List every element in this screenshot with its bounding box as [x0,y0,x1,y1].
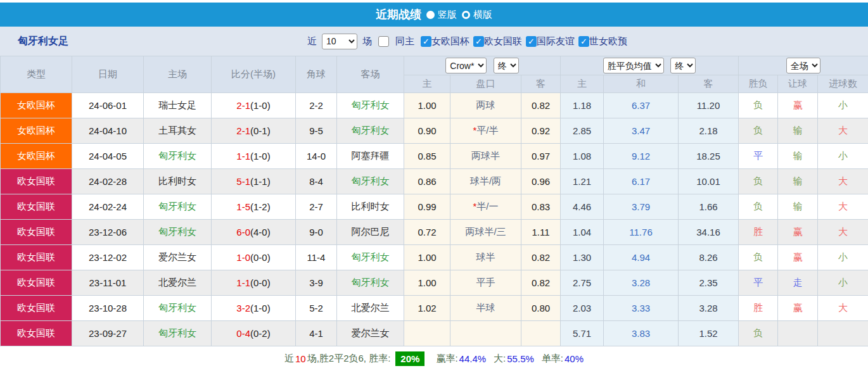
radio-unselected-icon[interactable] [462,11,470,19]
cell-home: 匈牙利女 [144,220,212,245]
score-halftime: (4-0) [250,227,271,237]
cell-odds-away: 0.82 [521,270,561,296]
cell-odds-home: 1.00 [404,93,450,118]
cell-avg-away: 34.16 [679,220,739,245]
cell-handicap: 半球 [450,296,521,321]
win-rate-badge: 20% [395,351,424,366]
cell-handicap-result: 赢 [778,296,818,321]
league-filters: ✓女欧国杯✓欧女国联✓国际友谊✓世女欧预 [417,35,627,47]
cell-avg-home: 1.08 [561,144,604,169]
table-row: 欧女国联 24-02-28 比利时女 5-1(1-1) 8-4 匈牙利女 0.8… [1,169,868,194]
cell-goals: 小 [818,93,868,118]
cell-odds-home [404,321,450,346]
league-checkbox[interactable]: ✓ [578,36,589,47]
cell-away: 匈牙利女 [337,245,404,270]
radio-vertical[interactable]: 竖版 [426,9,457,21]
cell-avg-away: 2.18 [679,118,739,144]
footer-rate3-label: 大: [494,353,506,365]
table-row: 女欧国杯 24-04-05 匈牙利女 1-1(1-0) 14-0 阿塞拜疆 0.… [1,144,868,169]
cell-score: 1-0(0-0) [212,245,296,270]
scope-select[interactable]: 全场 [786,58,820,73]
cell-home: 匈牙利女 [144,321,212,346]
footer-near-label: 近 [284,353,294,365]
cell-odds-away: 0.82 [521,93,561,118]
cell-result: 平 [739,270,778,296]
league-label: 欧女国联 [484,35,522,46]
table-row: 女欧国杯 24-06-01 瑞士女足 2-1(1-0) 2-2 匈牙利女 1.0… [1,93,868,118]
cell-home: 爱尔兰女 [144,245,212,270]
cell-goals: 小 [818,245,868,270]
cell-handicap-result [778,321,818,346]
cell-avg-home: 1.30 [561,245,604,270]
radio-vertical-label[interactable]: 竖版 [438,9,457,21]
cell-home: 北爱尔兰 [144,270,212,296]
radio-horizontal-label[interactable]: 横版 [473,9,492,21]
avg-time-select[interactable]: 终 [670,58,696,73]
col-header-away: 客场 [337,56,404,93]
cell-result: 负 [739,245,778,270]
score-fulltime: 1-1 [236,277,250,288]
odds-company-select[interactable]: Crow* [445,58,487,73]
col-header-score: 比分(半场) [212,56,296,93]
cell-home: 土耳其女 [144,118,212,144]
league-checkbox[interactable]: ✓ [421,36,431,47]
col-header-type: 类型 [1,56,72,93]
cell-result: 负 [739,169,778,194]
cell-odds-home: 0.90 [404,118,450,144]
cell-date: 24-02-28 [72,169,144,194]
cell-avg-away: 1.66 [679,194,739,220]
cell-home: 比利时女 [144,169,212,194]
cell-handicap: *半/一 [450,194,521,220]
handicap-text: 平/半 [476,125,498,136]
games-label: 场 [362,35,372,47]
table-row: 女欧国杯 24-04-10 土耳其女 2-1(0-1) 9-5 匈牙利女 0.9… [1,118,868,144]
same-home-checkbox[interactable] [378,36,389,47]
cell-odds-away: 0.80 [521,296,561,321]
footer-rate4-label: 单率: [542,353,563,365]
cell-type: 欧女国联 [1,296,72,321]
score-fulltime: 2-1 [236,125,250,136]
cell-avg-home: 5.71 [561,321,604,346]
cell-result: 负 [739,194,778,220]
cell-handicap [450,321,521,346]
avg-type-select[interactable]: 胜平负均值 [603,58,664,73]
odds-time-select[interactable]: 终 [494,58,519,73]
radio-horizontal[interactable]: 横版 [462,9,492,21]
col-header-corner: 角球 [296,56,337,93]
cell-avg-draw: 3.33 [604,296,679,321]
score-halftime: (0-0) [250,277,271,288]
table-row: 欧女国联 23-10-28 匈牙利女 3-2(1-0) 5-2 北爱尔兰 1.0… [1,296,868,321]
cell-score: 1-1(1-0) [212,144,296,169]
score-fulltime: 1-5 [236,201,250,212]
cell-away: 匈牙利女 [337,118,404,144]
cell-avg-home: 1.18 [561,93,604,118]
summary-footer: 近10场,胜2平2负6, 胜率: 20% 赢率:44.4% 大:55.5% 单率… [0,346,868,371]
sub-header-odds-home: 主 [404,75,450,93]
cell-type: 女欧国杯 [1,118,72,144]
score-fulltime: 3-2 [236,303,250,313]
cell-avg-draw: 6.17 [604,169,679,194]
cell-handicap: *平/半 [450,118,521,144]
cell-handicap: 球半 [450,245,521,270]
page-title: 近期战绩 [376,7,421,22]
handicap-text: 球半 [476,251,495,262]
cell-handicap: 两球 [450,93,521,118]
cell-odds-away [521,321,561,346]
page: 近期战绩 竖版 横版 匈牙利女足 近 10 场 同主 ✓女欧国杯✓欧女国联✓国际… [0,0,868,373]
cell-avg-draw: 9.12 [604,144,679,169]
cell-handicap-result: 赢 [778,220,818,245]
cell-goals: 大 [818,169,868,194]
table-row: 欧女国联 24-02-24 匈牙利女 1-5(1-2) 2-7 比利时女 0.9… [1,194,868,220]
table-row: 欧女国联 23-11-01 北爱尔兰 1-1(0-0) 3-9 匈牙利女 1.0… [1,270,868,296]
cell-odds-away: 0.97 [521,144,561,169]
league-checkbox[interactable]: ✓ [526,36,537,47]
near-count-select[interactable]: 10 [322,34,357,49]
cell-date: 23-09-27 [72,321,144,346]
radio-selected-icon[interactable] [426,11,435,19]
cell-goals [818,321,868,346]
cell-type: 欧女国联 [1,220,72,245]
cell-result: 平 [739,144,778,169]
table-row: 欧女国联 23-12-02 爱尔兰女 1-0(0-0) 11-4 匈牙利女 1.… [1,245,868,270]
league-checkbox[interactable]: ✓ [473,36,484,47]
sub-header-handicap-result: 让球 [778,75,818,93]
